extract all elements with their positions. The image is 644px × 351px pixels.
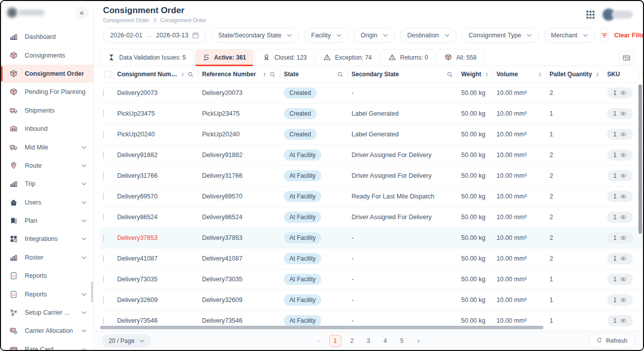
table-row[interactable]: PickUp23475PickUp23475CreatedLabel Gener… bbox=[100, 104, 643, 124]
row-checkbox[interactable] bbox=[103, 152, 104, 159]
tab-data-validation-issues[interactable]: Data Validation Issues: 5 bbox=[100, 49, 193, 66]
sidebar-item-trip[interactable]: Trip bbox=[1, 175, 93, 193]
row-checkbox[interactable] bbox=[103, 276, 104, 283]
sidebar-item-route[interactable]: Route bbox=[1, 157, 93, 175]
table-row[interactable]: Delivery37853Delivery37853At Facility-50… bbox=[100, 228, 643, 248]
sidebar-item-pending-for-planning[interactable]: Pending For Planning bbox=[1, 83, 93, 101]
sku-view-button[interactable]: 1 bbox=[607, 274, 633, 285]
column-search-icon[interactable] bbox=[447, 71, 453, 78]
column-header-pallet-quantity: Pallet Quantity▲▼ bbox=[546, 66, 603, 82]
sidebar-item-mid-mile[interactable]: Mid Mile bbox=[1, 138, 93, 156]
select-all-checkbox[interactable] bbox=[104, 71, 111, 78]
column-search-icon[interactable] bbox=[337, 71, 343, 78]
row-checkbox[interactable] bbox=[103, 317, 104, 324]
row-checkbox[interactable] bbox=[103, 193, 104, 200]
sidebar-scrollbar[interactable] bbox=[91, 281, 93, 303]
sidebar-item-roster[interactable]: Roster bbox=[1, 248, 93, 267]
refresh-button[interactable]: Refresh bbox=[588, 333, 635, 348]
row-checkbox[interactable] bbox=[103, 89, 104, 96]
tab-exception[interactable]: Exception: 74 bbox=[316, 49, 379, 66]
sidebar-item-users[interactable]: Users bbox=[1, 193, 93, 212]
table-row[interactable]: Delivery41087Delivery41087At Facility-50… bbox=[100, 248, 643, 269]
filter-dropdown-destination[interactable]: Destination bbox=[400, 28, 457, 43]
column-search-icon[interactable] bbox=[187, 71, 194, 78]
breadcrumb-item[interactable]: Consignment Order bbox=[160, 17, 207, 23]
sku-view-button[interactable]: 1 bbox=[607, 170, 633, 181]
table-row[interactable]: Delivery86524Delivery86524At FacilityDri… bbox=[100, 207, 643, 228]
sidebar-item-setup-carrier-netw[interactable]: Setup Carrier Netw... bbox=[1, 304, 93, 322]
sku-view-button[interactable]: 1 bbox=[607, 212, 633, 223]
date-range-filter[interactable]: 2026-02-01→2026-03-13 bbox=[103, 28, 206, 43]
pagination-page-2[interactable]: 2 bbox=[346, 335, 358, 347]
sort-icon[interactable]: ▲▼ bbox=[263, 72, 266, 77]
sku-view-button[interactable]: 1 bbox=[607, 108, 633, 119]
table-row[interactable]: Delivery91882Delivery91882At FacilityDri… bbox=[100, 145, 643, 166]
filter-dropdown-facility[interactable]: Facility bbox=[304, 28, 349, 43]
tab-label: Data Validation Issues: 5 bbox=[119, 54, 186, 61]
row-checkbox[interactable] bbox=[103, 131, 104, 138]
sidebar-item-integrations[interactable]: Integrations bbox=[1, 230, 93, 248]
sort-icon[interactable]: ▲▼ bbox=[538, 72, 541, 77]
sidebar-item-consignments[interactable]: Consignments bbox=[1, 46, 93, 64]
table-row[interactable]: PickUp20240PickUp20240CreatedLabel Gener… bbox=[100, 124, 643, 145]
row-checkbox[interactable] bbox=[103, 172, 104, 179]
tab-all[interactable]: All: 558 bbox=[437, 49, 484, 66]
pagination-page-4[interactable]: 4 bbox=[379, 335, 391, 347]
sidebar-item-rate-card[interactable]: Rate Card bbox=[1, 340, 93, 351]
filter-dropdown-merchant[interactable]: Merchant bbox=[544, 28, 595, 43]
tab-returns[interactable]: Returns: 0 bbox=[381, 49, 435, 66]
apps-grid-icon[interactable] bbox=[586, 11, 595, 19]
sort-icon[interactable]: ▲▼ bbox=[485, 72, 488, 77]
user-avatar[interactable] bbox=[603, 8, 634, 21]
column-search-icon[interactable] bbox=[269, 71, 276, 78]
sort-icon[interactable]: ▲▼ bbox=[181, 72, 184, 77]
filter-funnel-button[interactable] bbox=[600, 28, 609, 43]
secondary-state: - bbox=[348, 255, 457, 262]
sku-view-button[interactable]: 1 bbox=[607, 315, 633, 326]
sort-icon[interactable]: ▲▼ bbox=[596, 72, 599, 77]
table-row[interactable]: Delivery31766Delivery31766At FacilityDri… bbox=[100, 166, 643, 186]
filter-dropdown-origin[interactable]: Origin bbox=[354, 28, 395, 43]
sku-view-button[interactable]: 1 bbox=[607, 191, 633, 202]
page-size-select[interactable]: 20 / Page bbox=[102, 334, 151, 347]
tab-active[interactable]: Active: 361 bbox=[195, 49, 254, 66]
vertical-scrollbar[interactable] bbox=[638, 84, 642, 234]
sidebar-item-shipments[interactable]: Shipments bbox=[1, 102, 93, 120]
sku-view-button[interactable]: 1 bbox=[607, 253, 633, 264]
filter-dropdown-consignment-type[interactable]: Consignment Type bbox=[462, 28, 539, 43]
table-row[interactable]: Delivery20073Delivery20073Created-50.00 … bbox=[100, 83, 643, 104]
pagination-prev-button[interactable]: ‹ bbox=[313, 335, 325, 347]
sku-view-button[interactable]: 1 bbox=[607, 232, 633, 243]
table-row[interactable]: Delivery73035Delivery73035At Facility-50… bbox=[100, 269, 643, 290]
pagination-page-1[interactable]: 1 bbox=[329, 335, 341, 347]
sidebar-item-carrier-allocation[interactable]: Carrier Allocation bbox=[1, 322, 93, 340]
tab-closed[interactable]: Closed: 123 bbox=[255, 49, 314, 66]
sku-view-button[interactable]: 1 bbox=[607, 129, 633, 140]
sidebar-item-reports[interactable]: Reports bbox=[1, 285, 93, 303]
sku-view-button[interactable]: 1 bbox=[607, 87, 633, 98]
pagination-page-5[interactable]: 5 bbox=[396, 335, 408, 347]
sku-view-button[interactable]: 1 bbox=[607, 149, 633, 161]
sidebar-item-inbound[interactable]: Inbound bbox=[1, 120, 93, 138]
sku-view-button[interactable]: 1 bbox=[607, 294, 633, 306]
card-gear-icon bbox=[10, 327, 18, 335]
breadcrumb-item[interactable]: Consignment Order bbox=[103, 17, 150, 23]
pagination-next-button[interactable]: › bbox=[413, 335, 425, 347]
row-checkbox[interactable] bbox=[103, 255, 104, 262]
sidebar-item-plan[interactable]: Plan bbox=[1, 212, 93, 230]
table-row[interactable]: Delivery32609Delivery32609At Facility-50… bbox=[100, 290, 643, 311]
row-checkbox[interactable] bbox=[103, 214, 104, 221]
filter-dropdown-state-secondary-state[interactable]: State/Secondary State bbox=[211, 28, 299, 43]
row-checkbox[interactable] bbox=[103, 296, 104, 304]
row-checkbox[interactable] bbox=[103, 110, 104, 117]
column-settings-button[interactable] bbox=[619, 51, 634, 64]
pagination-page-3[interactable]: 3 bbox=[363, 335, 375, 347]
sidebar-item-dashboard[interactable]: Dashboard bbox=[1, 28, 93, 46]
table-row[interactable]: Delivery69570Delivery69570At FacilityRea… bbox=[100, 186, 643, 207]
row-checkbox[interactable] bbox=[103, 234, 104, 241]
horizontal-scrollbar[interactable] bbox=[100, 326, 543, 329]
clear-filters-button[interactable]: Clear Filters bbox=[614, 32, 644, 39]
sidebar-item-reports[interactable]: Reports bbox=[1, 267, 93, 285]
sidebar-collapse-button[interactable]: « bbox=[75, 6, 88, 19]
sidebar-item-consignment-order[interactable]: Consignment Order bbox=[1, 65, 93, 83]
